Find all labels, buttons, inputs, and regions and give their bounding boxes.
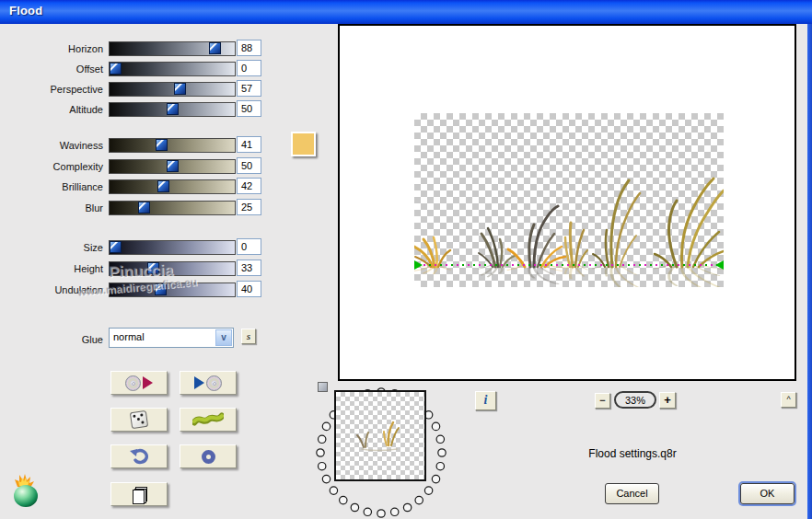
cancel-button[interactable]: Cancel [605, 483, 659, 504]
size-slider-handle[interactable] [110, 241, 122, 253]
thumbnail-plants [336, 392, 424, 479]
undo-arrow-icon [129, 448, 149, 465]
info-button[interactable]: i [475, 391, 496, 410]
offset-value-field[interactable]: 0 [237, 60, 261, 76]
complexity-slider[interactable] [109, 159, 236, 174]
zoom-out-button[interactable]: − [595, 393, 610, 409]
preview-area[interactable] [338, 24, 796, 381]
offset-label: Offset [0, 63, 103, 75]
blur-value-field[interactable]: 25 [237, 199, 261, 215]
blur-label: Blur [0, 202, 103, 214]
height-value-field[interactable]: 33 [237, 260, 261, 276]
blue-ring-icon [202, 450, 215, 464]
size-value-field[interactable]: 0 [237, 238, 261, 255]
blur-slider[interactable] [109, 201, 236, 215]
complexity-value-field[interactable]: 50 [237, 157, 261, 174]
cd-icon [206, 375, 222, 391]
seaweed-preview-graphic [414, 113, 724, 287]
load-preset-button[interactable] [110, 371, 168, 395]
zoom-in-button[interactable]: + [659, 392, 676, 409]
waviness-value-field[interactable]: 41 [237, 136, 261, 153]
horizon-label: Horizon [0, 42, 103, 55]
ok-button[interactable]: OK [740, 483, 795, 504]
cd-icon [125, 375, 141, 391]
slider-row-altitude: Altitude 50 [0, 102, 276, 117]
slider-row-brilliance: Brilliance 42 [0, 179, 276, 194]
blue-play-icon [194, 376, 204, 389]
brilliance-slider[interactable] [109, 179, 236, 194]
slider-row-blur: Blur 25 [0, 201, 276, 215]
altitude-slider-handle[interactable] [167, 103, 179, 115]
slider-row-offset: Offset 0 [0, 62, 276, 76]
window-border-right [807, 24, 812, 519]
size-label: Size [0, 241, 103, 254]
altitude-label: Altitude [0, 103, 103, 116]
zoom-level-display: 33% [614, 391, 656, 409]
offset-slider[interactable] [109, 62, 236, 76]
collapse-button[interactable]: ^ [781, 392, 796, 408]
perspective-label: Perspective [0, 83, 103, 96]
altitude-slider[interactable] [109, 102, 236, 117]
slider-row-size: Size 0 [0, 240, 276, 255]
dice-icon [130, 410, 148, 429]
image-thumbnail[interactable] [334, 390, 426, 481]
preview-image[interactable] [414, 113, 724, 287]
stacked-pages-icon [133, 487, 145, 502]
water-color-swatch[interactable] [291, 132, 316, 156]
title-bar[interactable]: Flood [0, 0, 812, 24]
flood-dialog-window: Flood Horizon 88 Offset 0 Perspective 57… [0, 0, 812, 519]
water-ring-button[interactable] [180, 444, 237, 468]
slider-row-waviness: Waviness 41 [0, 138, 276, 153]
waviness-label: Waviness [0, 139, 103, 152]
glue-dropdown[interactable]: normal v [109, 328, 234, 348]
perspective-slider-handle[interactable] [174, 83, 186, 95]
waviness-slider[interactable] [109, 138, 236, 153]
undulation-value-field[interactable]: 40 [237, 281, 261, 297]
offset-slider-handle[interactable] [110, 63, 122, 75]
waviness-slider-handle[interactable] [156, 139, 168, 151]
wave-maker-button[interactable] [180, 408, 237, 432]
altitude-value-field[interactable]: 50 [237, 100, 261, 117]
window-title: Flood [9, 4, 42, 17]
settings-filename: Flood settings.q8r [552, 447, 713, 460]
brilliance-label: Brilliance [0, 180, 103, 193]
complexity-slider-handle[interactable] [167, 160, 179, 172]
undo-button[interactable] [110, 444, 168, 468]
red-play-icon [143, 376, 153, 389]
brilliance-value-field[interactable]: 42 [237, 178, 261, 194]
slider-row-complexity: Complexity 50 [0, 159, 276, 174]
complexity-label: Complexity [0, 160, 103, 173]
pear-body [14, 485, 38, 507]
copy-settings-button[interactable] [110, 482, 168, 506]
randomize-button[interactable] [110, 408, 168, 432]
size-slider[interactable] [109, 240, 236, 255]
dial-anchor-handle[interactable] [318, 382, 328, 392]
perspective-value-field[interactable]: 57 [237, 80, 261, 97]
glue-memory-button[interactable]: s [241, 329, 256, 344]
horizon-slider[interactable] [109, 41, 236, 56]
blur-slider-handle[interactable] [138, 202, 150, 213]
slider-row-horizon: Horizon 88 [0, 41, 276, 56]
horizon-handle-left[interactable] [414, 260, 423, 270]
chevron-down-icon: v [221, 332, 226, 342]
brilliance-slider-handle[interactable] [157, 180, 169, 192]
horizon-value-field[interactable]: 88 [237, 40, 261, 56]
flaming-pear-logo[interactable] [10, 472, 43, 509]
glue-selected-value: normal [113, 331, 145, 342]
green-wave-icon [192, 412, 224, 427]
perspective-slider[interactable] [109, 82, 236, 97]
save-preset-button[interactable] [180, 371, 237, 395]
height-label: Height [0, 262, 103, 275]
glue-label: Glue [0, 333, 103, 346]
horizon-slider-handle[interactable] [209, 42, 221, 54]
slider-row-perspective: Perspective 57 [0, 82, 276, 97]
glue-dropdown-button[interactable]: v [215, 329, 232, 346]
